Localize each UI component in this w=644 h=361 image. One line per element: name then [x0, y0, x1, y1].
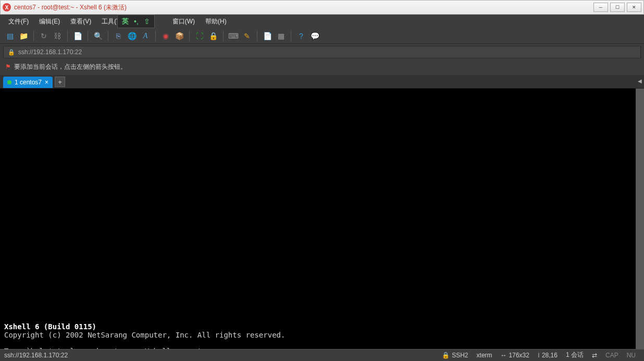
lock-icon[interactable]: 🔒: [208, 31, 218, 41]
separator: [223, 31, 224, 41]
status-size: 176x32: [509, 352, 529, 359]
layout-icon[interactable]: ▦: [276, 31, 286, 41]
status-address: ssh://192.168.1.170:22: [4, 352, 438, 359]
properties-icon[interactable]: 📄: [72, 31, 83, 41]
disconnect-icon[interactable]: ⛓: [52, 31, 63, 41]
open-session-icon[interactable]: 📁: [18, 31, 29, 41]
ime-shift-icon: ⇧: [144, 17, 150, 26]
xagent-icon[interactable]: ◉: [160, 31, 171, 41]
menu-view[interactable]: 查看(V): [65, 15, 96, 28]
menu-help[interactable]: 帮助(H): [200, 15, 232, 28]
separator: [189, 31, 190, 41]
address-text: ssh://192.168.1.170:22: [18, 48, 82, 56]
terminal-view[interactable]: Xshell 6 (Build 0115) Copyright (c) 2002…: [0, 89, 644, 349]
separator: [67, 31, 68, 41]
font-icon[interactable]: A: [140, 31, 151, 41]
separator: [257, 31, 257, 41]
scrollbar-thumb[interactable]: [636, 89, 644, 349]
menu-bar: 文件(F) 编辑(E) 查看(V) 工具(T 英 •, ⇧ 窗口(W) 帮助(H…: [0, 15, 644, 28]
menu-window[interactable]: 窗口(W): [167, 15, 200, 28]
fullscreen-icon[interactable]: ⛶: [194, 31, 205, 41]
status-cap: CAP: [605, 352, 618, 359]
session-tab[interactable]: 1 centos7 ×: [3, 77, 53, 88]
keyboard-icon[interactable]: ⌨: [228, 31, 239, 41]
tab-strip: 1 centos7 × + ◀: [0, 75, 644, 89]
new-session-icon[interactable]: ▤: [5, 31, 15, 41]
status-num: NU: [627, 352, 636, 359]
separator: [33, 31, 34, 41]
feedback-icon[interactable]: 💬: [309, 31, 320, 41]
new-tab-button[interactable]: +: [55, 77, 65, 87]
ime-mode-label: 英: [122, 17, 129, 26]
info-bar: ⚑ 要添加当前会话，点击左侧的箭头按钮。: [3, 60, 641, 73]
separator: [291, 31, 291, 41]
maximize-button[interactable]: ☐: [610, 3, 625, 12]
status-bar: ssh://192.168.1.170:22 🔒SSH2 xterm ↔176x…: [0, 349, 644, 360]
reconnect-icon[interactable]: ↻: [39, 31, 49, 41]
status-ssh: SSH2: [452, 352, 468, 359]
info-text: 要添加当前会话，点击左侧的箭头按钮。: [14, 63, 127, 71]
help-icon[interactable]: ?: [296, 31, 306, 41]
ime-punct-icon: •,: [134, 17, 139, 26]
minimize-button[interactable]: ─: [593, 3, 608, 12]
terminal-line: Xshell 6 (Build 0115): [4, 322, 96, 331]
status-lock-icon: 🔒: [442, 352, 450, 359]
separator: [155, 31, 156, 41]
highlight-icon[interactable]: ✎: [242, 31, 252, 41]
toolbar: ▤ 📁 ↻ ⛓ 📄 🔍 ⎘ 🌐 A ◉ 📦 ⛶ 🔒 ⌨ ✎ 📄 ▦ ? 💬: [0, 28, 644, 44]
ssl-lock-icon: 🔒: [8, 49, 15, 56]
tab-label: 1 centos7: [15, 79, 42, 86]
copy-icon[interactable]: ⎘: [113, 31, 123, 41]
separator: [88, 31, 88, 41]
terminal-scrollbar[interactable]: [636, 89, 644, 349]
find-icon[interactable]: 🔍: [93, 31, 103, 41]
window-title: centos7 - root@test:~ - Xshell 6 (未激活): [14, 3, 591, 12]
new-file-icon[interactable]: 📄: [262, 31, 273, 41]
close-button[interactable]: ✕: [627, 3, 641, 12]
title-bar: X centos7 - root@test:~ - Xshell 6 (未激活)…: [0, 0, 644, 15]
size-icon: ↔: [501, 352, 507, 359]
separator: [108, 31, 108, 41]
status-sessions: 1 会话: [566, 351, 584, 359]
status-pos: 28,16: [542, 352, 558, 359]
transfer-icon[interactable]: ⇄: [592, 352, 597, 359]
xftp-icon[interactable]: 📦: [174, 31, 184, 41]
ime-indicator[interactable]: 英 •, ⇧: [117, 15, 155, 28]
menu-edit[interactable]: 编辑(E): [34, 15, 65, 28]
terminal-line: Copyright (c) 2002 NetSarang Computer, I…: [4, 331, 285, 339]
status-dot-icon: [7, 80, 11, 84]
address-bar[interactable]: 🔒 ssh://192.168.1.170:22: [3, 46, 641, 58]
flag-icon: ⚑: [5, 63, 11, 70]
pos-icon: ⁞: [538, 352, 540, 359]
app-icon: X: [3, 3, 11, 11]
status-term: xterm: [477, 352, 492, 359]
terminal-line: Type `help' to learn how to use Xshell p…: [4, 347, 206, 350]
menu-file[interactable]: 文件(F): [3, 15, 34, 28]
tab-overflow-icon[interactable]: ◀: [638, 78, 642, 84]
tab-close-icon[interactable]: ×: [45, 79, 48, 86]
globe-icon[interactable]: 🌐: [127, 31, 137, 41]
